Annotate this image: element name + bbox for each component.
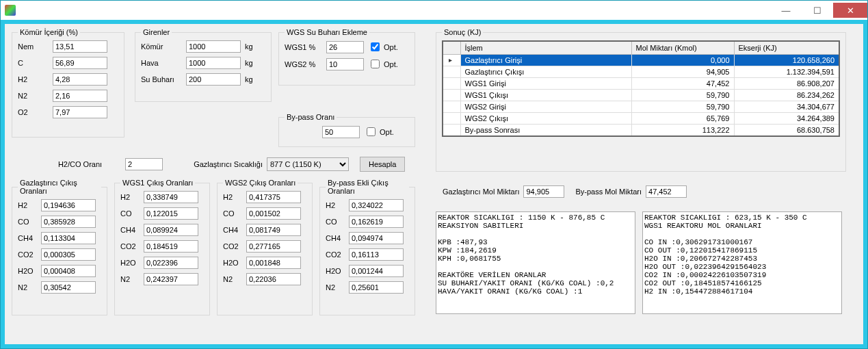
bpe-n2[interactable] (349, 281, 404, 294)
row-selector[interactable] (443, 66, 460, 78)
gcikis-ch4[interactable] (41, 232, 96, 244)
wgs2-opt-check[interactable] (371, 60, 380, 68)
row-selector[interactable] (443, 78, 460, 90)
bpe-co2[interactable] (349, 248, 404, 261)
wgs2-co2[interactable] (246, 240, 301, 253)
bpe-h2o[interactable] (349, 265, 404, 277)
cell-islem[interactable]: By-pass Sonrası (460, 125, 631, 137)
sonuc-legend: Sonuç (KJ) (442, 28, 483, 36)
wgs1-co[interactable] (144, 207, 198, 220)
cell-mol[interactable]: 59,790 (631, 101, 734, 113)
table-row[interactable]: By-pass Sonrası113,22268.630,758 (443, 125, 839, 137)
wgs1-h2o-label: H2O (120, 259, 140, 267)
cell-ekserji[interactable]: 86.908,207 (734, 78, 839, 90)
cell-ekserji[interactable]: 120.658,260 (734, 55, 839, 66)
table-row[interactable]: WGS1 Çıkışı59,79086.234,262 (443, 90, 839, 101)
temp-select[interactable]: 877 C (1150 K) (267, 157, 349, 171)
gcikis-h2[interactable] (41, 199, 96, 211)
wgs2-h2[interactable] (246, 191, 301, 203)
wgs1-n2[interactable] (144, 273, 198, 285)
row-selector[interactable] (443, 125, 460, 137)
table-row[interactable]: Gazlaştırıcı Çıkışı94,9051.132.394,591 (443, 66, 839, 78)
gir-hava-input[interactable] (186, 57, 241, 69)
wgs2-n2[interactable] (246, 273, 301, 285)
bpe-ch4-label: CH4 (326, 234, 345, 242)
cell-mol[interactable]: 0,000 (631, 55, 734, 66)
col-ekserji[interactable]: Ekserji (KJ) (734, 41, 839, 55)
wgs2-co[interactable] (246, 207, 301, 220)
gcikis-co[interactable] (41, 216, 96, 228)
wgs1-ch4[interactable] (144, 224, 198, 236)
wgs2-ch4[interactable] (246, 224, 301, 236)
wgs1-opt-check[interactable] (371, 42, 380, 51)
col-mol[interactable]: Mol Miktarı (Kmol) (631, 41, 734, 55)
close-button[interactable]: ✕ (833, 3, 867, 18)
cell-ekserji[interactable]: 68.630,758 (734, 125, 839, 137)
cell-mol[interactable]: 47,452 (631, 78, 734, 90)
row-selector[interactable] (443, 113, 460, 125)
gmol-input[interactable] (523, 185, 564, 198)
bypass-input[interactable] (322, 126, 360, 138)
table-row[interactable]: WGS2 Çıkışı65,76934.264,389 (443, 113, 839, 125)
gir-subuhari-input[interactable] (186, 73, 241, 86)
bpe-h2[interactable] (349, 199, 404, 211)
bpe-ch4[interactable] (349, 232, 404, 244)
wgs1-co2[interactable] (144, 240, 198, 253)
komur-icerigi-group: Kömür İçeriği (%) Nem C H2 N2 O2 (12, 28, 124, 138)
n2-input[interactable] (53, 90, 107, 102)
nem-input[interactable] (53, 40, 107, 53)
cell-islem[interactable]: WGS1 Çıkışı (460, 90, 631, 101)
hesapla-button[interactable]: Hesapla (360, 157, 405, 172)
wgs1-input[interactable] (326, 41, 364, 53)
h2co-input[interactable] (125, 158, 163, 170)
komur-legend: Kömür İçeriği (%) (18, 28, 80, 36)
cell-islem[interactable]: WGS2 Çıkışı (460, 113, 631, 125)
cell-ekserji[interactable]: 34.264,389 (734, 113, 839, 125)
cell-mol[interactable]: 59,790 (631, 90, 734, 101)
sonuc-grid[interactable]: İşlem Mol Miktarı (Kmol) Ekserji (KJ) Ga… (442, 40, 840, 137)
cell-islem[interactable]: WGS2 Girişi (460, 101, 631, 113)
wgs2-input[interactable] (326, 58, 364, 70)
row-selector[interactable] (443, 55, 460, 66)
c-label: C (18, 59, 49, 67)
cell-mol[interactable]: 113,222 (631, 125, 734, 137)
table-row[interactable]: WGS1 Girişi47,45286.908,207 (443, 78, 839, 90)
maximize-button[interactable]: ☐ (802, 3, 833, 18)
cell-mol[interactable]: 94,905 (631, 66, 734, 78)
row-selector[interactable] (443, 90, 460, 101)
minimize-button[interactable]: — (770, 3, 802, 18)
wgs1-h2o[interactable] (144, 257, 198, 269)
cell-ekserji[interactable]: 34.304,677 (734, 101, 839, 113)
gcikis-h2o[interactable] (41, 265, 96, 277)
gcikis-h2o-label: H2O (18, 267, 37, 275)
o2-input[interactable] (53, 106, 107, 118)
log1-textarea[interactable] (436, 211, 635, 314)
wgs2-h2o[interactable] (246, 257, 301, 269)
wgs2-group: WGS2 Çıkış Oranları H2 CO CH4 CO2 H2O N2 (217, 179, 313, 315)
col-islem[interactable]: İşlem (460, 41, 631, 55)
gcikis-group: Gazlaştırıcı Çıkış Oranları H2 CO CH4 CO… (12, 179, 107, 315)
table-row[interactable]: WGS2 Girişi59,79034.304,677 (443, 101, 839, 113)
h2co-label: H2/CO Oranı (39, 160, 121, 168)
c-input[interactable] (53, 57, 107, 69)
log2-textarea[interactable] (642, 211, 842, 314)
table-row[interactable]: Gazlaştırıcı Girişi0,000120.658,260 (443, 55, 839, 66)
bypass-opt-check[interactable] (367, 127, 376, 136)
gcikis-legend: Gazlaştırıcı Çıkış Oranları (18, 179, 101, 195)
bpe-co[interactable] (349, 216, 404, 228)
cell-ekserji[interactable]: 86.234,262 (734, 90, 839, 101)
cell-islem[interactable]: Gazlaştırıcı Girişi (460, 55, 631, 66)
cell-islem[interactable]: Gazlaştırıcı Çıkışı (460, 66, 631, 78)
gcikis-h2-label: H2 (18, 201, 37, 209)
row-selector[interactable] (443, 101, 460, 113)
cell-ekserji[interactable]: 1.132.394,591 (734, 66, 839, 78)
gir-komur-input[interactable] (186, 40, 241, 53)
wgs2-co-label: CO (223, 209, 242, 218)
gcikis-n2[interactable] (41, 281, 96, 294)
bpmol-input[interactable] (646, 185, 687, 198)
cell-islem[interactable]: WGS1 Girişi (460, 78, 631, 90)
wgs1-h2[interactable] (144, 191, 198, 203)
cell-mol[interactable]: 65,769 (631, 113, 734, 125)
gcikis-co2[interactable] (41, 248, 96, 261)
h2-input[interactable] (53, 73, 107, 86)
